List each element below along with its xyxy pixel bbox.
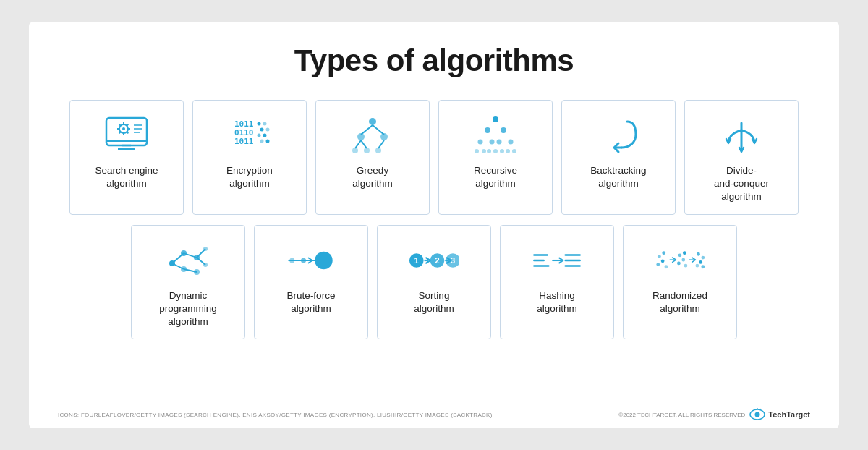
svg-point-21 xyxy=(263,122,267,126)
svg-point-102 xyxy=(701,265,705,268)
svg-line-61 xyxy=(172,253,184,263)
svg-point-31 xyxy=(357,133,365,140)
recursive-label: Recursivealgorithm xyxy=(474,164,517,190)
svg-point-86 xyxy=(658,255,661,258)
svg-line-63 xyxy=(184,253,197,258)
svg-point-25 xyxy=(263,134,267,137)
techtarget-logo: TechTarget xyxy=(749,408,810,421)
svg-point-88 xyxy=(661,259,665,263)
svg-line-66 xyxy=(197,258,205,265)
svg-point-22 xyxy=(260,128,264,132)
svg-line-65 xyxy=(197,249,205,258)
footer-credits: ICONS: FOURLEAFLOVER/GETTY IMAGES (SEARC… xyxy=(58,412,493,418)
svg-line-35 xyxy=(378,140,384,148)
svg-line-10 xyxy=(119,124,121,126)
svg-point-23 xyxy=(266,128,270,132)
card-recursive[interactable]: Recursivealgorithm xyxy=(438,100,553,215)
main-card: Types of algorithms xyxy=(29,22,839,428)
card-backtracking[interactable]: Backtrackingalgorithm xyxy=(561,100,676,215)
card-hashing[interactable]: Hashingalgorithm xyxy=(500,225,614,340)
svg-point-32 xyxy=(380,133,388,140)
footer: ICONS: FOURLEAFLOVER/GETTY IMAGES (SEARC… xyxy=(58,408,810,421)
search-engine-label: Search enginealgorithm xyxy=(95,164,158,190)
svg-text:1011: 1011 xyxy=(234,137,254,146)
dynamic-programming-label: Dynamicprogrammingalgorithm xyxy=(159,289,217,329)
svg-point-68 xyxy=(289,258,294,263)
svg-point-38 xyxy=(375,148,381,153)
card-encryption[interactable]: 1011 0110 1011 Encryptionalgorithm xyxy=(192,100,307,215)
card-brute-force[interactable]: Brute-forcealgorithm xyxy=(254,225,368,340)
svg-point-20 xyxy=(258,122,261,126)
card-randomized[interactable]: Randomizedalgorithm xyxy=(623,225,737,340)
card-greedy[interactable]: Greedyalgorithm xyxy=(315,100,430,215)
row1: Search enginealgorithm 1011 0110 1011 xyxy=(58,100,810,215)
svg-point-42 xyxy=(478,140,483,145)
svg-line-29 xyxy=(361,125,373,135)
card-search-engine[interactable]: Search enginealgorithm xyxy=(69,100,184,215)
svg-point-44 xyxy=(497,140,502,145)
svg-point-87 xyxy=(662,251,665,255)
card-divide-conquer[interactable]: Divide-and-conqueralgorithm xyxy=(684,100,799,215)
svg-point-94 xyxy=(681,258,685,261)
svg-point-104 xyxy=(755,412,760,417)
search-engine-icon xyxy=(101,114,152,157)
randomized-label: Randomizedalgorithm xyxy=(652,289,707,315)
svg-point-101 xyxy=(695,263,699,267)
svg-line-33 xyxy=(355,140,361,148)
svg-line-34 xyxy=(361,140,367,148)
backtracking-label: Backtrackingalgorithm xyxy=(590,164,646,190)
svg-point-92 xyxy=(678,253,682,257)
card-sorting[interactable]: 1 2 3 Sortingalgorithm xyxy=(377,225,491,340)
svg-point-26 xyxy=(260,140,264,143)
svg-line-62 xyxy=(172,263,184,269)
footer-copyright: ©2022 TECHTARGET. ALL RIGHTS RESERVED Te… xyxy=(618,408,810,421)
recursive-icon xyxy=(470,114,521,157)
svg-point-89 xyxy=(656,263,660,266)
svg-point-41 xyxy=(501,127,506,133)
svg-line-30 xyxy=(373,125,384,135)
brute-force-label: Brute-forcealgorithm xyxy=(287,289,336,315)
svg-point-99 xyxy=(701,255,705,259)
svg-point-39 xyxy=(493,116,498,122)
svg-point-36 xyxy=(352,148,358,153)
svg-point-45 xyxy=(509,140,514,145)
svg-point-27 xyxy=(266,140,270,143)
svg-point-24 xyxy=(258,134,261,137)
svg-point-50 xyxy=(500,149,504,153)
sorting-icon: 1 2 3 xyxy=(409,239,459,282)
svg-point-93 xyxy=(683,251,686,255)
encryption-label: Encryptionalgorithm xyxy=(226,164,273,190)
svg-point-49 xyxy=(493,149,498,153)
hashing-label: Hashingalgorithm xyxy=(537,289,577,315)
svg-text:3: 3 xyxy=(451,255,456,264)
divide-conquer-icon xyxy=(716,114,767,157)
page-title: Types of algorithms xyxy=(58,43,810,78)
brute-force-icon xyxy=(286,239,336,282)
svg-point-90 xyxy=(665,265,668,268)
row2: Dynamicprogrammingalgorithm Brute-forcea… xyxy=(58,225,810,340)
greedy-label: Greedyalgorithm xyxy=(352,164,393,190)
backtracking-icon xyxy=(593,114,644,157)
svg-point-43 xyxy=(490,140,495,145)
svg-point-48 xyxy=(487,149,491,153)
divide-conquer-label: Divide-and-conqueralgorithm xyxy=(714,164,769,204)
svg-point-46 xyxy=(475,149,479,153)
svg-text:1: 1 xyxy=(414,255,420,264)
dynamic-programming-icon xyxy=(163,239,213,282)
card-dynamic-programming[interactable]: Dynamicprogrammingalgorithm xyxy=(131,225,245,340)
svg-point-28 xyxy=(369,118,376,125)
encryption-icon: 1011 0110 1011 xyxy=(224,114,275,157)
svg-point-96 xyxy=(684,263,688,267)
svg-point-5 xyxy=(122,127,125,130)
svg-line-13 xyxy=(119,132,121,133)
svg-point-40 xyxy=(485,127,490,133)
hashing-icon xyxy=(532,239,582,282)
svg-point-47 xyxy=(482,149,486,153)
svg-line-11 xyxy=(127,132,128,133)
svg-point-51 xyxy=(506,149,510,153)
svg-text:2: 2 xyxy=(435,255,440,264)
greedy-icon xyxy=(347,114,398,157)
svg-point-100 xyxy=(699,260,702,264)
svg-point-52 xyxy=(512,149,516,153)
svg-point-95 xyxy=(677,261,681,265)
